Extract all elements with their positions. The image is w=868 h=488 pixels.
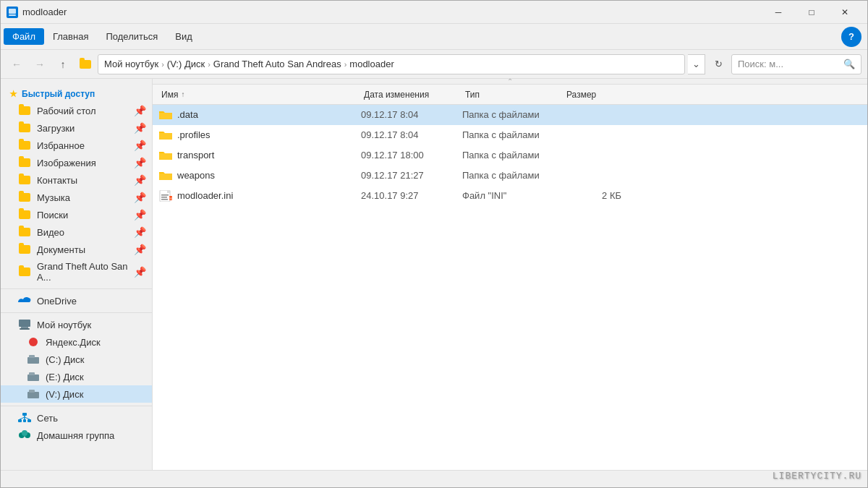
svg-rect-25 (159, 174, 172, 180)
svg-rect-29 (161, 194, 169, 196)
svg-line-17 (20, 417, 25, 419)
sidebar: ★ Быстрый доступ Рабочий стол 📌 Загрузки… (1, 79, 153, 470)
file-area: ⌃ Имя ↑ Дата изменения Тип Размер (153, 79, 867, 470)
svg-rect-8 (27, 374, 39, 381)
breadcrumb-sep-2: › (208, 60, 210, 69)
minimize-button[interactable]: ─ (762, 1, 795, 24)
yandex-icon (27, 336, 40, 348)
col-header-size[interactable]: Размер (563, 90, 621, 100)
menu-view[interactable]: Вид (166, 28, 201, 45)
window: modloader ─ □ ✕ Файл Главная Поделиться … (0, 0, 868, 488)
drive-e-icon (27, 371, 40, 382)
close-button[interactable]: ✕ (828, 1, 861, 24)
window-icon (7, 7, 18, 18)
sidebar-item-drive-v[interactable]: (V:) Диск (1, 385, 152, 403)
col-date-label: Дата изменения (364, 90, 429, 100)
sidebar-item-onedrive[interactable]: OneDrive (1, 292, 152, 309)
svg-rect-2 (19, 320, 30, 327)
up-button[interactable]: ↑ (53, 54, 73, 74)
downloads-icon (18, 122, 31, 134)
sidebar-item-desktop[interactable]: Рабочий стол 📌 (1, 102, 152, 119)
sidebar-item-downloads[interactable]: Загрузки 📌 (1, 119, 152, 137)
pin-icon-search: 📌 (134, 209, 146, 221)
status-bar (1, 470, 867, 487)
menu-file[interactable]: Файл (4, 28, 44, 45)
sidebar-item-computer[interactable]: Мой ноутбук (1, 316, 152, 333)
sidebar-item-drive-c[interactable]: (C:) Диск (1, 351, 152, 368)
file-row-modloader-ini[interactable]: INI modloader.ini 24.10.17 9:27 Файл "IN… (153, 186, 867, 206)
file-row-data[interactable]: .data 09.12.17 8:04 Папка с файлами (153, 105, 867, 125)
col-size-label: Размер (566, 90, 596, 100)
sidebar-item-desktop-label: Рабочий стол (37, 106, 96, 116)
breadcrumb-computer[interactable]: Мой ноутбук (104, 59, 158, 69)
sidebar-item-network[interactable]: Сеть (1, 409, 152, 427)
file-date-profiles: 09.12.17 8:04 (361, 129, 462, 140)
forward-button[interactable]: → (30, 54, 50, 74)
window-controls: ─ □ ✕ (762, 1, 861, 24)
sidebar-item-yandex[interactable]: Яндекс.Диск (1, 333, 152, 351)
address-dropdown[interactable]: ⌄ (688, 54, 705, 74)
file-row-weapons[interactable]: weapons 09.12.17 21:27 Папка с файлами (153, 166, 867, 186)
sidebar-item-drive-e[interactable]: (E:) Диск (1, 368, 152, 385)
breadcrumb-modloader[interactable]: modloader (349, 59, 393, 69)
sidebar-item-homegroup[interactable]: Домашняя группа (1, 427, 152, 444)
col-name-label: Имя (161, 90, 178, 100)
breadcrumb-gta[interactable]: Grand Theft Auto San Andreas (213, 59, 341, 69)
sidebar-item-images[interactable]: Изображения 📌 (1, 154, 152, 171)
sidebar-item-gta-dir[interactable]: Grand Theft Auto San А... 📌 (1, 258, 152, 286)
folder-icon-transport (158, 150, 173, 161)
svg-text:INI: INI (169, 197, 172, 200)
sidebar-item-favorites[interactable]: Избранное 📌 (1, 137, 152, 154)
sidebar-item-drive-e-label: (E:) Диск (46, 372, 84, 382)
col-header-name[interactable]: Имя ↑ (158, 90, 361, 100)
help-button[interactable]: ? (841, 27, 861, 47)
menu-share[interactable]: Поделиться (97, 28, 166, 45)
search-folder-icon (18, 209, 31, 221)
divider-1 (1, 288, 152, 289)
pin-icon-video: 📌 (134, 226, 146, 238)
sidebar-item-onedrive-label: OneDrive (37, 296, 77, 307)
divider-3 (1, 406, 152, 406)
sidebar-item-music[interactable]: Музыка 📌 (1, 189, 152, 206)
back-button[interactable]: ← (7, 54, 27, 74)
network-icon (18, 412, 31, 424)
svg-rect-28 (167, 190, 170, 193)
sidebar-item-documents[interactable]: Документы 📌 (1, 241, 152, 258)
file-type-data: Папка с файлами (462, 109, 563, 120)
search-box[interactable]: Поиск: м... 🔍 (731, 54, 861, 74)
maximize-button[interactable]: □ (795, 1, 828, 24)
images-icon (18, 157, 31, 168)
file-name-profiles: .profiles (177, 129, 361, 140)
pin-icon-favorites: 📌 (134, 140, 146, 151)
file-row-profiles[interactable]: .profiles 09.12.17 8:04 Папка с файлами (153, 125, 867, 145)
file-type-profiles: Папка с файлами (462, 129, 563, 140)
refresh-button[interactable]: ↻ (708, 54, 728, 74)
svg-rect-7 (29, 355, 35, 358)
breadcrumb-sep-3: › (344, 60, 347, 69)
menu-home[interactable]: Главная (44, 28, 97, 45)
breadcrumb-v-drive[interactable]: (V:) Диск (167, 59, 205, 69)
column-headers: Имя ↑ Дата изменения Тип Размер (153, 85, 867, 105)
pin-icon-desktop: 📌 (134, 105, 146, 116)
address-path[interactable]: Мой ноутбук › (V:) Диск › Grand Theft Au… (98, 54, 685, 74)
svg-rect-30 (161, 197, 167, 198)
onedrive-icon (18, 295, 31, 307)
drive-v-icon (27, 388, 40, 400)
file-type-transport: Папка с файлами (462, 150, 563, 160)
sidebar-item-video[interactable]: Видео 📌 (1, 223, 152, 241)
sidebar-item-contacts[interactable]: Контакты 📌 (1, 171, 152, 189)
main-content: ★ Быстрый доступ Рабочий стол 📌 Загрузки… (1, 79, 867, 470)
desktop-icon (18, 105, 31, 116)
menu-bar: Файл Главная Поделиться Вид ? (1, 24, 867, 50)
file-name-data: .data (177, 109, 361, 120)
file-row-transport[interactable]: transport 09.12.17 18:00 Папка с файлами (153, 145, 867, 166)
col-header-type[interactable]: Тип (462, 90, 563, 100)
file-name-ini: modloader.ini (177, 190, 361, 201)
pin-icon-downloads: 📌 (134, 122, 146, 134)
col-header-date[interactable]: Дата изменения (361, 90, 462, 100)
sidebar-item-search[interactable]: Поиски 📌 (1, 206, 152, 223)
folder-icon-weapons (158, 170, 173, 181)
file-date-weapons: 09.12.17 21:27 (361, 170, 462, 181)
sidebar-item-downloads-label: Загрузки (37, 123, 75, 134)
svg-rect-4 (20, 328, 30, 330)
